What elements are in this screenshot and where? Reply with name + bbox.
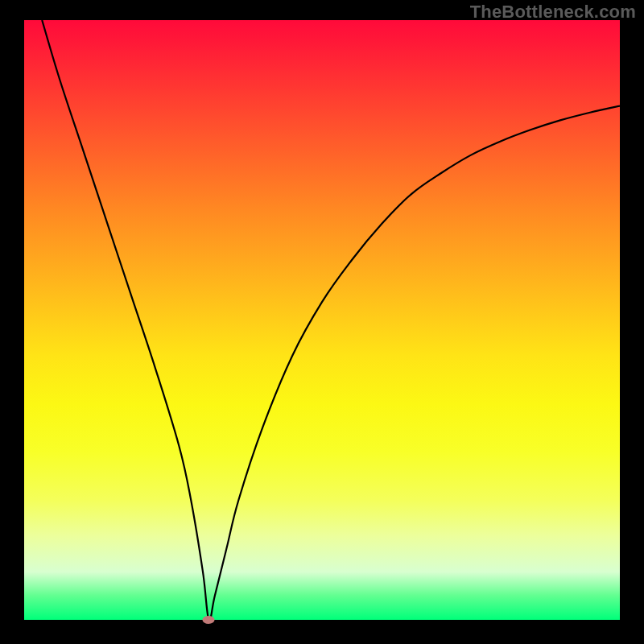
plot-area	[24, 20, 620, 620]
chart-frame: TheBottleneck.com	[0, 0, 644, 644]
bottleneck-curve	[24, 20, 620, 620]
watermark-text: TheBottleneck.com	[470, 2, 636, 23]
minimum-marker	[203, 616, 215, 624]
